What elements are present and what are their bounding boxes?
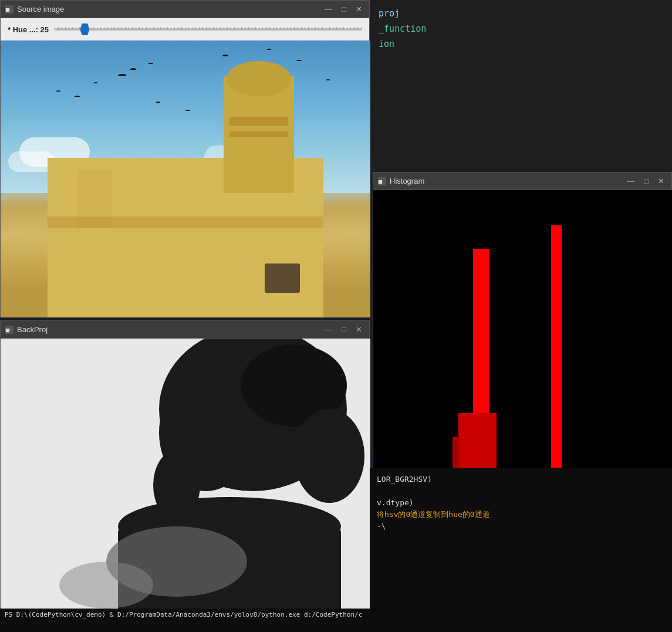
code-line-proj: proj: [379, 6, 663, 21]
svg-rect-4: [48, 217, 323, 228]
histogram-window-icon: ■: [378, 177, 386, 185]
building-svg: [1, 40, 370, 317]
histogram-controls: — □ ✕: [624, 177, 667, 185]
terminal-line-4: 将hsv的0通道复制到hue的0通道: [377, 509, 665, 521]
terminal-panel: LOR_BGR2HSV) v.dtype) 将hsv的0通道复制到hue的0通道…: [370, 468, 672, 632]
svg-rect-7: [229, 131, 288, 137]
svg-rect-6: [229, 117, 288, 126]
backproj-titlebar: ■ BackProj — □ ✕: [1, 321, 369, 339]
svg-point-25: [59, 562, 153, 609]
backproj-close[interactable]: ✕: [353, 325, 364, 334]
source-image-window-icon: ■: [5, 5, 13, 13]
histogram-titlebar: ■ Histogram — □ ✕: [373, 173, 671, 190]
hue-slider-area: * Hue ...: 25: [1, 18, 369, 40]
histogram-window: ■ Histogram — □ ✕: [373, 172, 672, 489]
histogram-minimize[interactable]: —: [624, 177, 637, 185]
bird-3: [93, 82, 98, 85]
svg-rect-33: [551, 225, 562, 487]
backproj-image-display: [1, 339, 370, 630]
backproj-maximize[interactable]: □: [339, 325, 349, 334]
terminal-line-2: [377, 485, 665, 497]
backproj-title: BackProj: [17, 325, 48, 334]
source-image-title-group: ■ Source image: [5, 5, 64, 13]
bird-4: [148, 63, 153, 65]
bird-9: [296, 60, 302, 62]
svg-rect-29: [373, 190, 672, 487]
backproj-minimize[interactable]: —: [322, 325, 335, 334]
terminal-line-3: v.dtype): [377, 497, 665, 509]
bird-2: [130, 68, 136, 71]
source-image-minimize[interactable]: —: [322, 5, 335, 13]
backproj-window: ■ BackProj — □ ✕: [0, 320, 370, 632]
code-line-ion: ion: [379, 36, 663, 52]
source-image-title: Source image: [17, 5, 64, 13]
histogram-title-group: ■ Histogram: [378, 177, 424, 185]
backproj-controls: — □ ✕: [322, 325, 364, 334]
bird-12: [185, 110, 190, 112]
bird-1: [117, 74, 126, 77]
bird-5: [56, 90, 60, 92]
hue-slider-thumb[interactable]: [80, 23, 89, 35]
bottom-terminal: PS D:\(CodePython\cv_demo) & D:/ProgramD…: [0, 609, 370, 632]
source-image-close[interactable]: ✕: [353, 5, 364, 13]
hue-slider-label: * Hue ...: 25: [8, 25, 49, 34]
source-image-display: [1, 40, 370, 317]
histogram-title: Histogram: [390, 177, 424, 185]
histogram-close[interactable]: ✕: [656, 177, 667, 185]
bird-8: [222, 55, 228, 58]
bottom-terminal-text: PS D:\(CodePython\cv_demo) & D:/ProgramD…: [5, 611, 362, 619]
terminal-line-1: LOR_BGR2HSV): [377, 474, 665, 485]
hue-slider-track: [55, 28, 362, 31]
bird-11: [267, 49, 271, 50]
code-area: proj _function ion: [370, 0, 672, 182]
histogram-svg: [373, 190, 672, 487]
code-line-function: _function: [379, 21, 663, 36]
svg-point-12: [294, 409, 364, 503]
source-image-maximize[interactable]: □: [339, 5, 349, 13]
backproj-svg: [1, 339, 370, 630]
backproj-window-icon: ■: [5, 326, 13, 334]
source-image-controls: — □ ✕: [322, 5, 364, 13]
source-image-titlebar: ■ Source image — □ ✕: [1, 1, 369, 18]
svg-point-2: [227, 61, 291, 96]
histogram-maximize[interactable]: □: [641, 177, 651, 185]
bird-7: [156, 102, 160, 103]
histogram-display: [373, 190, 672, 487]
hue-slider-dots: [55, 27, 362, 31]
backproj-title-group: ■ BackProj: [5, 325, 48, 334]
svg-rect-5: [265, 263, 300, 293]
source-image-window: ■ Source image — □ ✕ * Hue ...: 25: [0, 0, 370, 317]
hue-slider-container[interactable]: [55, 23, 362, 35]
terminal-line-5: ·\: [377, 521, 665, 532]
